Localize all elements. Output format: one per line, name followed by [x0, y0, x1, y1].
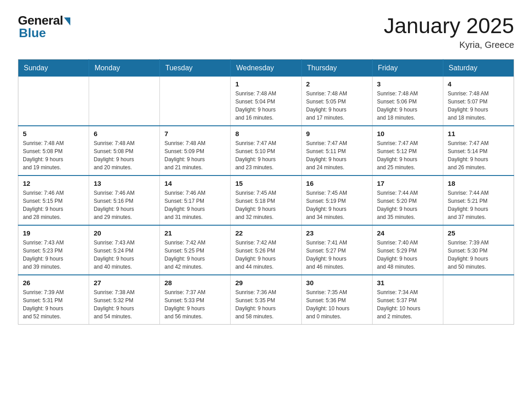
day-info: Sunrise: 7:48 AMSunset: 5:08 PMDaylight:… [23, 139, 84, 171]
week-row-3: 12Sunrise: 7:46 AMSunset: 5:15 PMDayligh… [18, 176, 514, 225]
day-number: 5 [23, 130, 84, 137]
day-number: 10 [377, 130, 438, 137]
day-cell: 19Sunrise: 7:43 AMSunset: 5:23 PMDayligh… [18, 225, 89, 275]
page-header: General Blue January 2025 Kyria, Greece [18, 13, 514, 50]
day-number: 30 [306, 279, 368, 287]
day-cell: 1Sunrise: 7:48 AMSunset: 5:04 PMDaylight… [231, 77, 301, 126]
day-info: Sunrise: 7:46 AMSunset: 5:15 PMDaylight:… [23, 189, 84, 221]
header-cell-tuesday: Tuesday [160, 60, 231, 77]
day-cell: 16Sunrise: 7:45 AMSunset: 5:19 PMDayligh… [301, 176, 372, 225]
day-info: Sunrise: 7:44 AMSunset: 5:20 PMDaylight:… [377, 189, 438, 221]
day-cell: 25Sunrise: 7:39 AMSunset: 5:30 PMDayligh… [443, 225, 514, 275]
day-cell: 27Sunrise: 7:38 AMSunset: 5:32 PMDayligh… [89, 275, 160, 325]
day-number: 26 [23, 279, 84, 287]
day-cell: 23Sunrise: 7:41 AMSunset: 5:27 PMDayligh… [301, 225, 372, 275]
day-cell: 6Sunrise: 7:48 AMSunset: 5:08 PMDaylight… [89, 126, 160, 176]
day-info: Sunrise: 7:43 AMSunset: 5:24 PMDaylight:… [94, 239, 155, 271]
header-cell-saturday: Saturday [443, 60, 514, 77]
day-number: 31 [377, 279, 438, 287]
day-cell: 22Sunrise: 7:42 AMSunset: 5:26 PMDayligh… [231, 225, 301, 275]
day-cell: 26Sunrise: 7:39 AMSunset: 5:31 PMDayligh… [18, 275, 89, 325]
day-cell: 11Sunrise: 7:47 AMSunset: 5:14 PMDayligh… [443, 126, 514, 176]
day-number: 8 [235, 130, 296, 137]
day-cell [89, 77, 160, 126]
logo-arrow-icon [64, 17, 70, 26]
month-title: January 2025 [384, 13, 514, 38]
header-cell-sunday: Sunday [18, 60, 89, 77]
day-number: 18 [448, 180, 509, 187]
day-info: Sunrise: 7:46 AMSunset: 5:16 PMDaylight:… [94, 189, 155, 221]
day-info: Sunrise: 7:47 AMSunset: 5:14 PMDaylight:… [448, 139, 509, 171]
day-number: 27 [94, 279, 155, 287]
week-row-2: 5Sunrise: 7:48 AMSunset: 5:08 PMDaylight… [18, 126, 514, 176]
day-number: 6 [94, 130, 155, 137]
day-info: Sunrise: 7:47 AMSunset: 5:10 PMDaylight:… [235, 139, 296, 171]
day-info: Sunrise: 7:46 AMSunset: 5:17 PMDaylight:… [164, 189, 226, 221]
day-number: 3 [377, 80, 438, 88]
day-number: 19 [23, 229, 84, 237]
day-cell: 14Sunrise: 7:46 AMSunset: 5:17 PMDayligh… [160, 176, 231, 225]
day-number: 29 [235, 279, 296, 287]
day-cell: 30Sunrise: 7:35 AMSunset: 5:36 PMDayligh… [301, 275, 372, 325]
day-cell: 20Sunrise: 7:43 AMSunset: 5:24 PMDayligh… [89, 225, 160, 275]
day-number: 25 [448, 229, 509, 237]
day-number: 24 [377, 229, 438, 237]
day-cell: 3Sunrise: 7:48 AMSunset: 5:06 PMDaylight… [372, 77, 443, 126]
day-number: 9 [306, 130, 368, 137]
day-info: Sunrise: 7:48 AMSunset: 5:04 PMDaylight:… [235, 90, 296, 122]
day-cell: 24Sunrise: 7:40 AMSunset: 5:29 PMDayligh… [372, 225, 443, 275]
day-info: Sunrise: 7:41 AMSunset: 5:27 PMDaylight:… [306, 239, 368, 271]
day-info: Sunrise: 7:48 AMSunset: 5:05 PMDaylight:… [306, 90, 368, 122]
day-cell: 17Sunrise: 7:44 AMSunset: 5:20 PMDayligh… [372, 176, 443, 225]
day-info: Sunrise: 7:45 AMSunset: 5:18 PMDaylight:… [235, 189, 296, 221]
day-cell: 15Sunrise: 7:45 AMSunset: 5:18 PMDayligh… [231, 176, 301, 225]
day-number: 4 [448, 80, 509, 88]
day-cell: 2Sunrise: 7:48 AMSunset: 5:05 PMDaylight… [301, 77, 372, 126]
logo: General Blue [18, 13, 70, 40]
week-row-4: 19Sunrise: 7:43 AMSunset: 5:23 PMDayligh… [18, 225, 514, 275]
day-number: 12 [23, 180, 84, 187]
day-cell [443, 275, 514, 325]
day-number: 1 [235, 80, 296, 88]
day-cell [18, 77, 89, 126]
day-info: Sunrise: 7:48 AMSunset: 5:06 PMDaylight:… [377, 90, 438, 122]
day-number: 16 [306, 180, 368, 187]
logo-line: Blue [18, 28, 70, 40]
day-info: Sunrise: 7:36 AMSunset: 5:35 PMDaylight:… [235, 288, 296, 321]
day-number: 15 [235, 180, 296, 187]
title-area: January 2025 Kyria, Greece [384, 13, 514, 50]
location: Kyria, Greece [384, 40, 514, 50]
day-cell: 10Sunrise: 7:47 AMSunset: 5:12 PMDayligh… [372, 126, 443, 176]
day-number: 11 [448, 130, 509, 137]
day-info: Sunrise: 7:44 AMSunset: 5:21 PMDaylight:… [448, 189, 509, 221]
day-number: 23 [306, 229, 368, 237]
day-cell: 21Sunrise: 7:42 AMSunset: 5:25 PMDayligh… [160, 225, 231, 275]
day-cell: 13Sunrise: 7:46 AMSunset: 5:16 PMDayligh… [89, 176, 160, 225]
day-info: Sunrise: 7:43 AMSunset: 5:23 PMDaylight:… [23, 239, 84, 271]
day-info: Sunrise: 7:37 AMSunset: 5:33 PMDaylight:… [164, 288, 226, 321]
day-info: Sunrise: 7:39 AMSunset: 5:30 PMDaylight:… [448, 239, 509, 271]
day-cell: 12Sunrise: 7:46 AMSunset: 5:15 PMDayligh… [18, 176, 89, 225]
day-info: Sunrise: 7:35 AMSunset: 5:36 PMDaylight:… [306, 288, 368, 321]
day-number: 28 [164, 279, 226, 287]
day-cell: 8Sunrise: 7:47 AMSunset: 5:10 PMDaylight… [231, 126, 301, 176]
logo-blue-text: Blue [19, 26, 46, 40]
day-info: Sunrise: 7:45 AMSunset: 5:19 PMDaylight:… [306, 189, 368, 221]
day-number: 2 [306, 80, 368, 88]
day-cell: 28Sunrise: 7:37 AMSunset: 5:33 PMDayligh… [160, 275, 231, 325]
day-number: 14 [164, 180, 226, 187]
day-number: 21 [164, 229, 226, 237]
day-info: Sunrise: 7:48 AMSunset: 5:08 PMDaylight:… [94, 139, 155, 171]
day-info: Sunrise: 7:47 AMSunset: 5:12 PMDaylight:… [377, 139, 438, 171]
day-info: Sunrise: 7:40 AMSunset: 5:29 PMDaylight:… [377, 239, 438, 271]
day-cell: 29Sunrise: 7:36 AMSunset: 5:35 PMDayligh… [231, 275, 301, 325]
day-info: Sunrise: 7:48 AMSunset: 5:09 PMDaylight:… [164, 139, 226, 171]
header-cell-thursday: Thursday [301, 60, 372, 77]
day-cell: 5Sunrise: 7:48 AMSunset: 5:08 PMDaylight… [18, 126, 89, 176]
day-number: 20 [94, 229, 155, 237]
week-row-5: 26Sunrise: 7:39 AMSunset: 5:31 PMDayligh… [18, 275, 514, 325]
day-cell: 18Sunrise: 7:44 AMSunset: 5:21 PMDayligh… [443, 176, 514, 225]
calendar-body: 1Sunrise: 7:48 AMSunset: 5:04 PMDaylight… [18, 77, 514, 325]
day-number: 13 [94, 180, 155, 187]
day-cell: 9Sunrise: 7:47 AMSunset: 5:11 PMDaylight… [301, 126, 372, 176]
